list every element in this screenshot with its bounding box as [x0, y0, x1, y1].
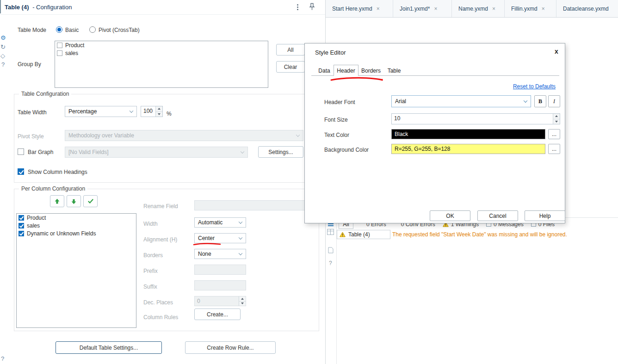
move-down-button[interactable]: [67, 195, 81, 207]
text-color-picker-button[interactable]: ...: [548, 129, 560, 139]
bar-graph-checkbox[interactable]: [18, 148, 24, 155]
help-icon[interactable]: ?: [1, 355, 4, 362]
panel-title: Table (4) - Configuration: [5, 4, 72, 11]
close-icon[interactable]: ×: [542, 6, 545, 12]
checkbox-unchecked[interactable]: [57, 43, 62, 48]
green-down-arrow-icon: [71, 198, 77, 204]
font-size-label: Font Size: [324, 117, 348, 123]
close-icon[interactable]: ×: [434, 6, 437, 12]
clear-button[interactable]: Clear: [276, 61, 305, 73]
text-color-swatch[interactable]: Black: [391, 129, 545, 139]
list-item[interactable]: Product: [17, 214, 136, 222]
suffix-label: Suffix: [143, 284, 157, 290]
workflow-tab[interactable]: Fillin.yxmd ×: [505, 0, 556, 17]
cancel-button[interactable]: Cancel: [477, 210, 518, 221]
panel-menu-kebab-icon[interactable]: [297, 4, 298, 10]
group-by-label: Group By: [18, 61, 41, 68]
list-item[interactable]: Product: [55, 41, 268, 49]
down-arrow-icon: [555, 121, 558, 123]
gear-icon[interactable]: ⚙: [0, 34, 6, 41]
table-view-icon[interactable]: [327, 229, 334, 236]
close-icon[interactable]: ×: [377, 6, 380, 12]
list-item-label: sales: [27, 222, 40, 229]
radio-pivot[interactable]: [89, 26, 96, 33]
width-dropdown[interactable]: Automatic: [194, 217, 246, 228]
background-color-picker-button[interactable]: ...: [548, 144, 560, 154]
ok-button[interactable]: OK: [430, 210, 470, 221]
font-size-spinner[interactable]: 10: [391, 113, 560, 124]
width-value: Automatic: [198, 219, 222, 226]
checkbox-unchecked[interactable]: [57, 50, 62, 56]
spinner-down-button[interactable]: [553, 119, 560, 124]
rename-field-label: Rename Field: [143, 203, 178, 210]
spinner-down-button[interactable]: [156, 112, 162, 117]
list-item[interactable]: Dynamic or Unknown Fields: [17, 229, 136, 237]
per-column-listbox[interactable]: Product sales Dynamic or Unknown Fields: [16, 213, 136, 328]
result-row-source-cell[interactable]: Table (4): [337, 230, 390, 239]
default-table-settings-button[interactable]: Default Table Settings...: [56, 341, 162, 354]
borders-dropdown[interactable]: None: [194, 249, 246, 259]
list-item[interactable]: sales: [17, 222, 136, 229]
table-width-dropdown[interactable]: Percentage: [65, 106, 137, 117]
page-icon[interactable]: [328, 247, 334, 255]
workflow-tab[interactable]: Datacleanse.yxmd: [556, 0, 618, 17]
configuration-panel: Table (4) - Configuration ⚙ ↻ ◇ ? ? Tabl…: [0, 0, 325, 364]
suffix-input: [194, 280, 246, 290]
dec-places-spinner: 0: [194, 296, 246, 306]
help-button[interactable]: Help: [525, 210, 565, 221]
up-arrow-icon: [555, 115, 558, 117]
table-configuration-legend: Table Configuration: [19, 91, 71, 97]
radio-basic[interactable]: [56, 26, 62, 33]
table-mode-label: Table Mode: [18, 27, 46, 33]
checkbox-checked[interactable]: [19, 231, 24, 236]
workflow-tab-label: Name.yxmd: [458, 6, 488, 12]
rename-field-input: [194, 200, 308, 210]
group-by-listbox[interactable]: Product sales: [55, 41, 268, 88]
header-font-dropdown[interactable]: Arial: [391, 95, 531, 107]
spinner-up-button[interactable]: [156, 106, 162, 112]
tab-borders[interactable]: Borders: [358, 66, 383, 76]
diamond-icon[interactable]: ◇: [0, 52, 5, 59]
borders-value: None: [198, 251, 211, 257]
pin-icon[interactable]: [309, 3, 315, 12]
show-column-headings-label[interactable]: Show Column Headings: [28, 169, 87, 175]
result-row-message[interactable]: The requested field "Start Week Date" wa…: [392, 231, 567, 238]
borders-label: Borders: [143, 252, 163, 259]
workflow-tab[interactable]: Start Here.yxmd ×: [326, 0, 393, 17]
tab-header[interactable]: Header: [334, 65, 358, 76]
chevron-down-icon: [524, 99, 527, 103]
spinner-up-button[interactable]: [553, 114, 560, 119]
settings-button[interactable]: Settings...: [258, 146, 303, 158]
checkbox-checked[interactable]: [19, 215, 24, 221]
tab-table[interactable]: Table: [383, 66, 405, 76]
panel-title-suffix: - Configuration: [32, 4, 72, 11]
background-color-swatch[interactable]: R=255, G=255, B=128: [391, 144, 545, 154]
workflow-tab-label: Join1.yxmd*: [400, 6, 430, 12]
table-width-spinner[interactable]: 100: [141, 106, 163, 117]
close-icon[interactable]: x: [555, 48, 558, 55]
list-item[interactable]: sales: [55, 49, 268, 57]
refresh-icon[interactable]: ↻: [0, 43, 6, 50]
workflow-tab[interactable]: Join1.yxmd* ×: [393, 0, 452, 17]
help-icon[interactable]: ?: [329, 260, 332, 266]
checkbox-checked[interactable]: [19, 223, 24, 228]
table-width-value: 100: [141, 106, 155, 117]
apply-check-button[interactable]: [83, 195, 98, 207]
tab-data[interactable]: Data: [315, 66, 334, 76]
bold-button[interactable]: B: [534, 95, 546, 107]
bar-graph-label[interactable]: Bar Graph: [28, 149, 53, 155]
radio-basic-label[interactable]: Basic: [65, 27, 79, 33]
workflow-tab-label: Start Here.yxmd: [332, 6, 372, 12]
workflow-tab[interactable]: Name.yxmd ×: [452, 0, 505, 17]
background-color-label: Background Color: [324, 147, 369, 153]
all-button[interactable]: All: [276, 44, 305, 56]
close-icon[interactable]: ×: [492, 6, 495, 12]
create-row-rule-button[interactable]: Create Row Rule...: [185, 341, 276, 354]
italic-button[interactable]: I: [548, 95, 560, 107]
move-up-button[interactable]: [50, 195, 64, 207]
reset-to-defaults-link[interactable]: Reset to Defaults: [513, 83, 556, 90]
question-icon[interactable]: ?: [1, 61, 5, 68]
radio-pivot-label[interactable]: Pivot (CrossTab): [99, 27, 140, 33]
create-column-rule-button[interactable]: Create...: [194, 308, 241, 320]
show-column-headings-checkbox[interactable]: [18, 168, 24, 175]
